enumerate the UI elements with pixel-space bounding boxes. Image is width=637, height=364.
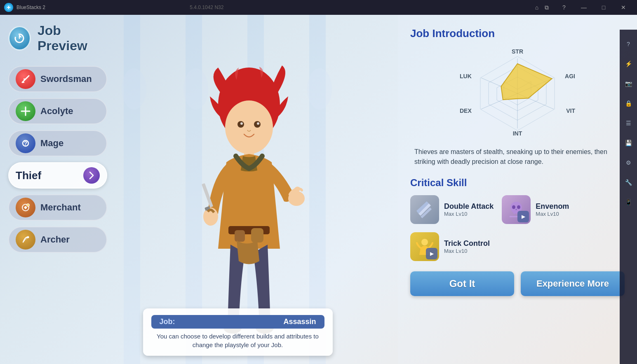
close-button[interactable]: ✕ xyxy=(614,0,633,15)
app-version: 5.4.0.1042 N32 xyxy=(190,5,361,10)
edge-icon-mobile[interactable]: 📱 xyxy=(622,196,635,208)
character-area: Job: Assassin You can choose to develop … xyxy=(115,15,398,364)
trick-control-name: Trick Control xyxy=(444,239,490,248)
double-attack-level: Max Lv10 xyxy=(444,211,494,217)
mage-icon: ? xyxy=(16,133,35,153)
swordsman-icon xyxy=(16,69,35,89)
svg-point-24 xyxy=(240,122,243,125)
edge-icon-lightning[interactable]: ⚡ xyxy=(622,58,635,70)
skill-item-trick-control: ▶ Trick Control Max Lv10 xyxy=(410,232,490,261)
edge-icon-save[interactable]: 💾 xyxy=(622,137,635,149)
job-tooltip-description: You can choose to develop different buil… xyxy=(151,332,324,349)
title-bar: BlueStacks 2 5.4.0.1042 N32 ⌂ ⧉ ? — □ ✕ xyxy=(0,0,637,15)
trick-control-level: Max Lv10 xyxy=(444,248,490,254)
home-icon[interactable]: ⌂ xyxy=(533,4,541,11)
double-attack-icon xyxy=(410,195,439,224)
right-panel: Job Introduction STR AGI VIT INT DEX LUK xyxy=(398,15,637,364)
archer-icon xyxy=(16,230,35,250)
envenom-play-btn[interactable]: ▶ xyxy=(517,211,529,222)
copy-icon[interactable]: ⧉ xyxy=(543,4,550,11)
got-it-button[interactable]: Got It xyxy=(410,271,514,296)
svg-point-54 xyxy=(421,239,428,245)
svg-rect-33 xyxy=(235,230,245,242)
right-edge-panel: ? ⚡ 📷 🔒 ☰ 💾 ⚙ 🔧 📱 xyxy=(620,30,637,364)
critical-skill-title: Critical Skill xyxy=(410,177,625,189)
thief-selected-badge xyxy=(83,167,100,184)
edge-icon-menu[interactable]: ☰ xyxy=(622,117,635,129)
edge-icon-help[interactable]: ? xyxy=(622,38,635,50)
svg-rect-51 xyxy=(513,212,515,214)
skills-grid: Double Attack Max Lv10 xyxy=(410,195,625,261)
job-list: Swordsman Acolyte ? xyxy=(8,66,107,253)
radar-chart: STR AGI VIT INT DEX LUK xyxy=(456,48,579,139)
edge-icon-lock[interactable]: 🔒 xyxy=(622,97,635,110)
double-attack-name: Double Attack xyxy=(444,202,494,211)
job-value-text: Assassin xyxy=(283,317,316,326)
svg-marker-47 xyxy=(501,64,552,100)
svg-point-49 xyxy=(512,205,515,209)
minimize-button[interactable]: — xyxy=(574,0,593,15)
skill-item-envenom: ▶ Envenom Max Lv10 xyxy=(502,195,569,224)
mage-label: Mage xyxy=(40,138,100,149)
edge-icon-tools[interactable]: 🔧 xyxy=(622,176,635,189)
thief-label: Thief xyxy=(16,169,78,182)
job-item-merchant[interactable]: Merchant xyxy=(8,194,107,221)
svg-text:?: ? xyxy=(24,140,28,147)
merchant-icon xyxy=(16,198,35,217)
job-item-swordsman[interactable]: Swordsman xyxy=(8,66,107,92)
job-description: Thieves are masters of stealth, sneaking… xyxy=(410,147,625,167)
skill-item-double-attack: Double Attack Max Lv10 xyxy=(410,195,494,224)
job-item-archer[interactable]: Archer xyxy=(8,226,107,253)
double-attack-info: Double Attack Max Lv10 xyxy=(444,202,494,217)
trick-control-info: Trick Control Max Lv10 xyxy=(444,239,490,254)
job-item-mage[interactable]: ? Mage xyxy=(8,130,107,156)
job-tooltip-header: Job: Assassin xyxy=(151,315,324,329)
svg-point-17 xyxy=(27,204,29,206)
acolyte-icon xyxy=(16,101,35,121)
svg-rect-32 xyxy=(251,228,263,243)
svg-point-50 xyxy=(517,205,520,209)
envenom-name: Envenom xyxy=(536,202,569,211)
left-sidebar: Job Preview Swordsman xyxy=(0,15,115,364)
trick-control-play-btn[interactable]: ▶ xyxy=(426,248,437,259)
game-window: Job Preview Swordsman xyxy=(0,15,637,364)
job-introduction-title: Job Introduction xyxy=(410,27,625,40)
envenom-info: Envenom Max Lv10 xyxy=(536,202,569,217)
page-header: Job Preview xyxy=(8,23,107,54)
archer-label: Archer xyxy=(40,234,100,245)
swordsman-label: Swordsman xyxy=(40,74,100,84)
edge-icon-camera[interactable]: 📷 xyxy=(622,77,635,90)
trick-control-icon: ▶ xyxy=(410,232,439,261)
character-figure xyxy=(171,63,327,335)
job-tooltip: Job: Assassin You can choose to develop … xyxy=(143,308,333,356)
page-icon xyxy=(8,26,31,51)
acolyte-label: Acolyte xyxy=(40,106,100,117)
svg-point-25 xyxy=(257,122,259,125)
job-label-text: Job: xyxy=(160,317,175,326)
page-title: Job Preview xyxy=(38,23,107,54)
restore-button[interactable]: □ xyxy=(594,0,613,15)
job-item-acolyte[interactable]: Acolyte xyxy=(8,98,107,124)
merchant-label: Merchant xyxy=(40,202,100,213)
svg-point-19 xyxy=(27,236,29,238)
svg-point-21 xyxy=(225,100,273,154)
experience-more-button[interactable]: Experience More xyxy=(521,271,625,296)
app-title: BlueStacks 2 xyxy=(16,5,188,10)
envenom-level: Max Lv10 xyxy=(536,211,569,217)
app-logo xyxy=(4,3,13,12)
help-button[interactable]: ? xyxy=(555,0,574,15)
job-item-thief[interactable]: Thief xyxy=(8,162,107,189)
envenom-icon: ▶ xyxy=(502,195,531,224)
edge-icon-settings[interactable]: ⚙ xyxy=(622,156,635,169)
bottom-buttons: Got It Experience More xyxy=(410,271,625,296)
